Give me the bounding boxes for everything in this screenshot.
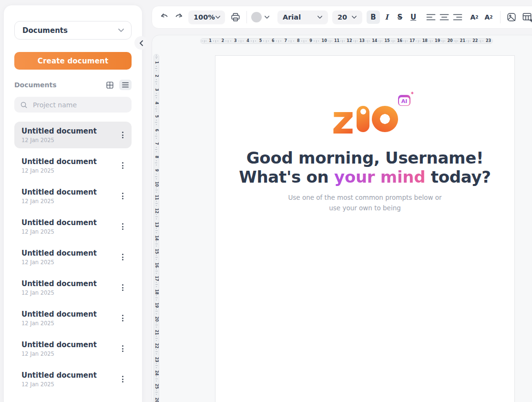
ruler-tick: [268, 41, 269, 41]
document-date: 12 Jan 2025: [21, 198, 97, 205]
toolbar-divider: [500, 11, 501, 23]
insert-table-button[interactable]: [521, 10, 532, 24]
ruler-number: 21: [460, 39, 465, 43]
collection-dropdown[interactable]: Documents: [14, 21, 132, 40]
more-options-button[interactable]: [120, 191, 125, 201]
font-family-value: Arial: [283, 13, 301, 21]
subscript-button[interactable]: A2: [481, 10, 496, 24]
ruler-tick: [204, 40, 205, 42]
ruler-tick: [353, 41, 354, 41]
ruler-tick: [215, 40, 216, 42]
ruler-tick: [155, 109, 157, 109]
ruler-number: 23: [486, 39, 491, 43]
ruler-tick: [156, 187, 157, 188]
ruler-tick: [251, 41, 252, 41]
italic-button[interactable]: I: [380, 10, 393, 24]
ruler-number: 6: [154, 129, 158, 132]
document-list-item[interactable]: Untitled document 12 Jan 2025: [14, 366, 132, 392]
more-options-button[interactable]: [120, 160, 125, 171]
document-list-item[interactable]: Untitled document 12 Jan 2025: [14, 335, 132, 362]
document-page[interactable]: z AI ✦ Good morning, Username! What's on…: [215, 55, 515, 402]
ruler-tick: [156, 241, 157, 242]
document-list-item[interactable]: Untitled document 12 Jan 2025: [14, 213, 132, 240]
align-center-button[interactable]: [438, 10, 451, 24]
more-options-button[interactable]: [120, 130, 125, 140]
ruler-number: 13: [154, 222, 158, 227]
list-view-icon: [122, 82, 129, 88]
strikethrough-button[interactable]: S: [393, 10, 407, 24]
font-family-select[interactable]: Arial: [277, 10, 328, 24]
ruler-tick: [403, 41, 404, 41]
zoom-select[interactable]: 100%: [188, 10, 225, 24]
more-options-button[interactable]: [120, 343, 125, 354]
ruler-tick: [156, 349, 157, 350]
subscript-base: A: [484, 13, 490, 21]
search-input[interactable]: [32, 101, 126, 109]
create-document-button[interactable]: Create document: [14, 52, 132, 70]
ruler-number: 19: [154, 303, 158, 308]
ruler-tick: [156, 295, 157, 296]
greeting-line2-prefix: What's on: [239, 167, 334, 186]
chevron-down-icon: [215, 15, 221, 19]
ruler-tick: [155, 257, 158, 258]
align-right-button[interactable]: [451, 10, 464, 24]
superscript-button[interactable]: A2: [467, 10, 481, 24]
ruler-tick: [155, 325, 158, 325]
ruler-tick: [155, 298, 158, 298]
redo-button[interactable]: [172, 10, 185, 24]
more-options-button[interactable]: [120, 252, 125, 262]
text-color-picker[interactable]: [251, 12, 270, 22]
align-left-button[interactable]: [424, 10, 438, 24]
document-item-text: Untitled document 12 Jan 2025: [21, 340, 97, 357]
ruler-number: 18: [422, 39, 428, 43]
ruler-tick: [156, 353, 157, 354]
underline-button[interactable]: U: [407, 10, 420, 24]
sidebar-collapse-button[interactable]: [134, 36, 148, 50]
redo-icon: [173, 12, 184, 22]
ruler-number: 21: [154, 330, 158, 335]
ruler-tick: [155, 190, 158, 190]
document-item-text: Untitled document 12 Jan 2025: [21, 279, 97, 296]
print-button[interactable]: [229, 10, 242, 24]
ruler-number: 18: [154, 289, 158, 295]
ruler-tick: [156, 228, 157, 229]
ruler-tick: [156, 165, 157, 165]
ruler-tick: [316, 40, 317, 42]
ruler-tick: [156, 327, 157, 328]
document-list-item[interactable]: Untitled document 12 Jan 2025: [14, 122, 132, 148]
document-list-item[interactable]: Untitled document 12 Jan 2025: [14, 183, 132, 209]
ruler-number: 22: [472, 39, 478, 43]
ruler-number: 2: [222, 39, 225, 43]
more-options-button[interactable]: [120, 374, 125, 384]
ruler-number: 8: [297, 39, 300, 43]
ruler-tick: [156, 340, 157, 341]
ruler-tick: [155, 122, 157, 123]
ruler-tick: [369, 41, 370, 41]
insert-image-icon: [506, 12, 517, 22]
ruler-number: 20: [154, 316, 158, 321]
document-list-item[interactable]: Untitled document 12 Jan 2025: [14, 305, 132, 331]
more-options-button[interactable]: [120, 221, 125, 232]
document-list-item[interactable]: Untitled document 12 Jan 2025: [14, 152, 132, 179]
logo-i-dot: [360, 109, 366, 114]
document-list-item[interactable]: Untitled document 12 Jan 2025: [14, 244, 132, 270]
ruler-number: 3: [154, 88, 158, 91]
grid-view-button[interactable]: [103, 80, 116, 90]
list-view-button[interactable]: [119, 80, 132, 90]
document-list-item[interactable]: Untitled document 12 Jan 2025: [14, 274, 132, 301]
ruler-tick: [156, 66, 157, 67]
undo-button[interactable]: [158, 10, 172, 24]
bold-button[interactable]: B: [367, 10, 380, 24]
font-size-select[interactable]: 20: [332, 10, 362, 24]
insert-image-button[interactable]: [505, 10, 518, 24]
document-title: Untitled document: [21, 127, 97, 135]
document-item-text: Untitled document 12 Jan 2025: [21, 310, 97, 327]
ruler-tick: [155, 311, 158, 311]
ruler-tick: [156, 313, 157, 314]
ruler-tick: [156, 218, 157, 219]
more-options-button[interactable]: [120, 313, 125, 323]
ruler-tick: [155, 163, 157, 163]
ruler-tick: [253, 40, 254, 42]
collection-dropdown-value: Documents: [22, 26, 68, 35]
more-options-button[interactable]: [120, 282, 125, 293]
